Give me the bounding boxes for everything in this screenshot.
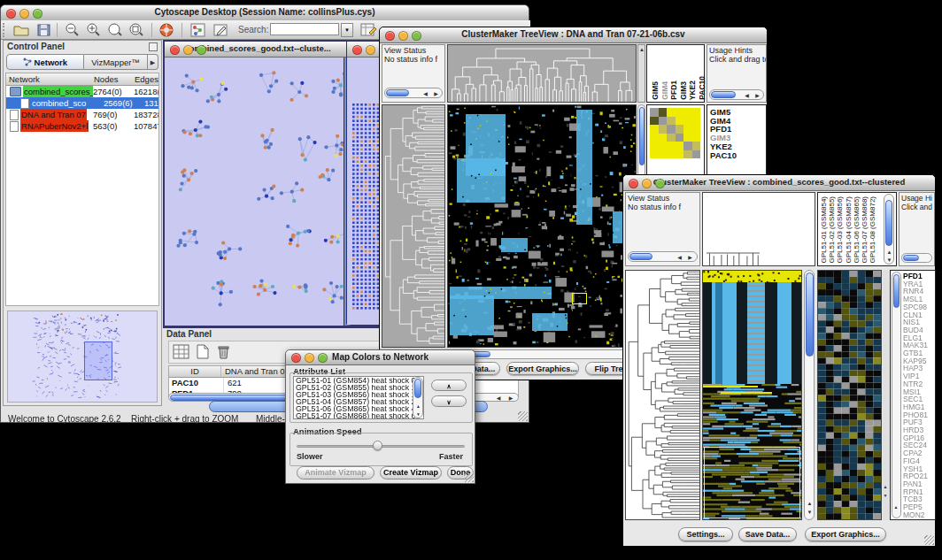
attribute-list-item[interactable]: GPL51-03 (GSM856) heat shock 15 min: [296, 392, 421, 399]
matrix-cell[interactable]: [667, 125, 676, 134]
network-row[interactable]: combined_scores_2764(0)16218(0): [6, 86, 158, 97]
tv2-hints-h-scrollbar[interactable]: [901, 253, 932, 263]
tv1-column-dendrogram[interactable]: [447, 44, 637, 103]
matrix-cell[interactable]: [683, 134, 692, 142]
network-overview-icon[interactable]: [190, 23, 206, 37]
matrix-cell[interactable]: [676, 150, 684, 159]
dialog-resize-grip[interactable]: [464, 472, 474, 482]
scroll-left-icon[interactable]: ◀: [493, 394, 504, 402]
netwin2-minimize-button[interactable]: [366, 45, 375, 55]
attribute-list[interactable]: GPL51-01 (GSM854) heat shock 05 minGPL51…: [293, 376, 424, 419]
tv1-zoom-button[interactable]: [412, 31, 421, 41]
tv2-heatmap[interactable]: [702, 270, 802, 520]
tv2-zoomed-heatmap[interactable]: [817, 270, 882, 520]
matrix-cell[interactable]: [683, 108, 692, 117]
open-folder-icon[interactable]: [13, 23, 29, 37]
tv1-minimize-button[interactable]: [398, 31, 408, 41]
tv2-collabels-down-icon[interactable]: ▼: [885, 256, 893, 265]
tv1-status-h-scrollbar[interactable]: ◀ ▶: [384, 88, 443, 98]
minimize-button[interactable]: [19, 9, 29, 19]
tv2-resize-grip[interactable]: [924, 535, 934, 545]
tv2-zoom-button[interactable]: [655, 179, 665, 188]
zoom-button[interactable]: [33, 9, 42, 19]
matrix-cell[interactable]: [692, 108, 701, 117]
matrix-cell[interactable]: [692, 142, 701, 150]
tv2-gene-labels-pane[interactable]: ▲ PFD1YRA1RNR4MSL1SPC98CLN1NIS1BUD4ELG1M…: [890, 270, 936, 520]
network-table-header[interactable]: Network Nodes Edges: [6, 73, 158, 86]
overview-canvas[interactable]: [8, 311, 157, 402]
float-panel-icon[interactable]: [149, 42, 158, 51]
zoom-out-icon[interactable]: [65, 23, 81, 37]
tv2-vscroll-up-icon[interactable]: ▲: [806, 499, 814, 508]
matrix-cell[interactable]: [667, 117, 676, 126]
matrix-cell[interactable]: [676, 117, 684, 126]
tv1-heatmap[interactable]: [447, 104, 637, 348]
tab-overflow-arrow[interactable]: ▶: [148, 54, 158, 70]
matrix-cell[interactable]: [650, 134, 659, 142]
treeview1-title-bar[interactable]: ClusterMaker TreeView : DNA and Tran 07-…: [380, 27, 767, 43]
tab-network[interactable]: Network: [6, 54, 84, 70]
matrix-cell[interactable]: [692, 134, 701, 142]
matrix-cell[interactable]: [667, 150, 676, 159]
matrix-cell[interactable]: [650, 108, 659, 117]
new-attribute-icon[interactable]: [194, 344, 212, 360]
attr-scroll-down-icon[interactable]: ▼: [414, 410, 422, 418]
tv2-button-export-graphics[interactable]: Export Graphics...: [805, 527, 886, 541]
tv1-heatmap-h-scrollbar[interactable]: [447, 349, 637, 359]
attribute-list-item[interactable]: GPL51-04 (GSM857) heat shock 20 min: [296, 399, 421, 406]
tv2-button-settings[interactable]: Settings...: [678, 527, 733, 541]
tv1-button-export-graphics[interactable]: Export Graphics...: [506, 362, 579, 375]
matrix-cell[interactable]: [676, 108, 684, 117]
close-button[interactable]: [6, 9, 16, 19]
tv2-close-button[interactable]: [629, 179, 638, 188]
dialog-zoom-button[interactable]: [318, 353, 328, 363]
gene-label[interactable]: MON2: [903, 511, 937, 519]
attribute-list-item[interactable]: GPL51-01 (GSM854) heat shock 05 min: [296, 378, 421, 385]
netwin2-close-button[interactable]: [352, 45, 362, 55]
matrix-cell[interactable]: [659, 108, 668, 117]
move-down-button[interactable]: ∨: [431, 395, 467, 407]
zoom-selected-icon[interactable]: [107, 23, 123, 37]
tv1-status-scroll-right-icon[interactable]: ▶: [431, 89, 441, 98]
attribute-list-v-scrollbar[interactable]: ▲ ▼: [413, 377, 423, 418]
dialog-close-button[interactable]: [291, 353, 301, 363]
matrix-cell[interactable]: [676, 134, 684, 142]
window-controls[interactable]: [6, 9, 42, 19]
search-dropdown[interactable]: ▼: [341, 23, 353, 37]
tv2-vscroll-down-icon[interactable]: ▼: [806, 508, 814, 517]
matrix-cell[interactable]: [650, 117, 659, 126]
tv2-genes-up-icon[interactable]: ▲: [892, 502, 900, 511]
network-row[interactable]: RNAPuberNov2+l563(0)107847(0): [6, 120, 158, 132]
annotation-icon[interactable]: [213, 23, 229, 37]
toolbar-drag-handle[interactable]: [3, 23, 6, 37]
tv2-column-labels-pane[interactable]: ▲ ▼ GPL51-01 (GSM854)GPL51-02 (GSM855)GP…: [817, 192, 897, 266]
help-ring-icon[interactable]: [158, 22, 174, 38]
overview-selection-rect[interactable]: [84, 341, 112, 380]
matrix-cell[interactable]: [692, 125, 701, 134]
network-overview-pane[interactable]: [7, 311, 158, 403]
tv2-heatmap-v-scrollbar[interactable]: ▲ ▼: [804, 270, 815, 520]
tv1-strip-up-icon[interactable]: ▲: [638, 45, 645, 54]
dialog-title-bar[interactable]: Map Colors to Network: [286, 350, 475, 365]
zoom-fit-icon[interactable]: [128, 23, 144, 37]
matrix-cell[interactable]: [667, 142, 676, 150]
matrix-cell[interactable]: [659, 117, 668, 126]
netwin-close-button[interactable]: [170, 45, 180, 55]
matrix-cell[interactable]: [659, 150, 668, 159]
delete-attribute-icon[interactable]: [215, 344, 233, 360]
move-up-button[interactable]: ∧: [431, 380, 467, 391]
network-row[interactable]: DNA and Tran 07769(0)183728(0): [6, 109, 158, 120]
tv1-close-button[interactable]: [385, 31, 395, 41]
matrix-cell[interactable]: [692, 117, 701, 126]
matrix-cell[interactable]: [683, 125, 692, 134]
attribute-list-item[interactable]: GPL51-02 (GSM855) heat shock 10 min: [296, 385, 421, 392]
matrix-cell[interactable]: [676, 125, 684, 134]
matrix-cell[interactable]: [650, 142, 659, 150]
create-vizmap-button[interactable]: Create Vizmap: [380, 466, 442, 479]
attribute-editor-icon[interactable]: [360, 22, 378, 38]
search-input[interactable]: [270, 23, 339, 35]
tv2-minimize-button[interactable]: [642, 179, 652, 188]
matrix-cell[interactable]: [659, 134, 668, 142]
tv2-button-save-data[interactable]: Save Data...: [738, 527, 797, 541]
matrix-cell[interactable]: [683, 150, 692, 159]
